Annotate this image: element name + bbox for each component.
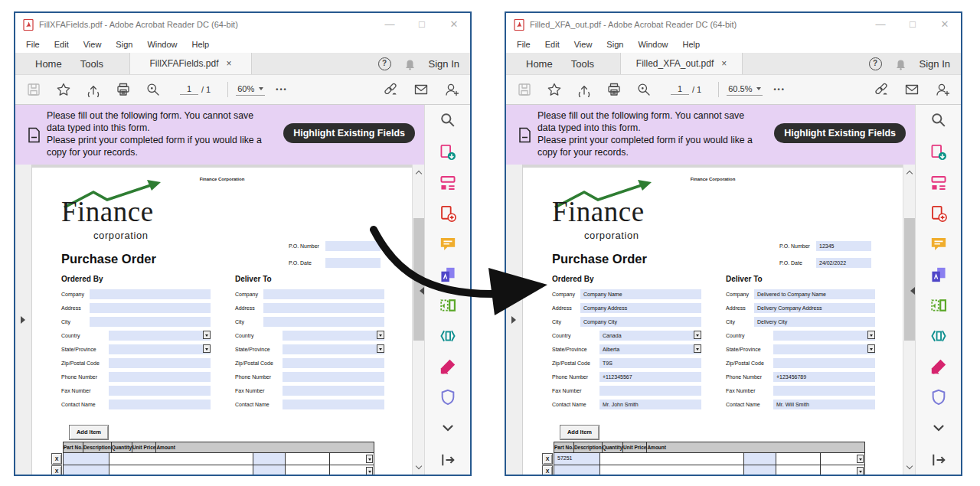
highlight-existing-fields-button[interactable]: Highlight Existing Fields xyxy=(283,123,415,143)
nav-pane-expand-icon[interactable] xyxy=(21,316,25,324)
ordered-by-field-3[interactable] xyxy=(109,331,211,341)
compress-pdf-icon[interactable] xyxy=(930,328,947,344)
vertical-scrollbar[interactable] xyxy=(903,165,915,475)
deliver-to-field-3[interactable] xyxy=(773,331,875,341)
part-no-field[interactable] xyxy=(64,465,109,475)
bell-icon[interactable] xyxy=(403,57,416,70)
ordered-by-field-3[interactable]: Canada xyxy=(599,331,701,341)
ordered-by-field-4[interactable] xyxy=(109,344,211,354)
deliver-to-field-0[interactable]: Delivered to Company Name xyxy=(754,289,875,299)
quantity-field[interactable] xyxy=(744,465,776,475)
nav-pane-expand-icon[interactable] xyxy=(511,316,516,324)
dropdown-button[interactable] xyxy=(867,344,875,353)
part-no-field[interactable]: 57251 xyxy=(554,453,600,465)
create-pdf-icon[interactable] xyxy=(439,205,456,222)
quantity-field[interactable] xyxy=(744,453,776,465)
protect-pdf-icon[interactable] xyxy=(439,389,456,406)
email-icon[interactable] xyxy=(413,82,429,97)
search-tool-icon[interactable] xyxy=(439,112,456,129)
delete-row-button[interactable]: X xyxy=(51,465,62,475)
share-upload-icon[interactable] xyxy=(577,82,592,97)
po-date-field[interactable]: 24/02/2022 xyxy=(816,258,871,268)
ordered-by-field-8[interactable] xyxy=(109,400,211,409)
find-icon[interactable] xyxy=(145,82,161,97)
share-link-icon[interactable] xyxy=(383,82,398,97)
quantity-field[interactable] xyxy=(253,453,286,465)
ordered-by-field-6[interactable]: +112345567 xyxy=(599,372,701,382)
star-icon[interactable] xyxy=(547,82,562,97)
comment-icon[interactable] xyxy=(439,236,456,253)
menu-item-3[interactable]: Sign xyxy=(116,40,132,49)
combine-files-icon[interactable] xyxy=(930,266,947,283)
tools-pane-collapse-icon[interactable] xyxy=(910,287,915,295)
share-upload-icon[interactable] xyxy=(86,82,101,97)
bell-icon[interactable] xyxy=(894,57,907,70)
ordered-by-field-0[interactable]: Company Name xyxy=(580,289,701,299)
edit-pdf-icon[interactable] xyxy=(439,175,456,191)
scrollbar-thumb[interactable] xyxy=(904,218,915,341)
tab-document[interactable]: Filled_XFA_out.pdf× xyxy=(620,53,743,74)
menu-item-5[interactable]: Help xyxy=(683,40,701,49)
deliver-to-field-4[interactable] xyxy=(283,344,384,354)
amount-field[interactable] xyxy=(821,453,864,465)
comment-icon[interactable] xyxy=(930,236,947,253)
save-icon[interactable] xyxy=(517,82,532,97)
compress-pdf-icon[interactable] xyxy=(439,328,456,344)
unit-price-field[interactable] xyxy=(776,465,821,475)
ordered-by-field-2[interactable]: Company City xyxy=(580,317,701,327)
more-tools-icon[interactable]: ••• xyxy=(773,86,785,93)
sign-in-button[interactable]: Sign In xyxy=(429,58,459,70)
minimize-button[interactable]: — xyxy=(374,13,406,36)
deliver-to-field-6[interactable] xyxy=(283,372,384,382)
combine-files-icon[interactable] xyxy=(439,266,456,283)
description-field[interactable] xyxy=(600,453,744,465)
add-item-button[interactable]: Add Item xyxy=(69,425,109,440)
menu-item-0[interactable]: File xyxy=(26,40,40,49)
organize-pages-icon[interactable] xyxy=(930,297,947,314)
find-icon[interactable] xyxy=(636,82,652,97)
ordered-by-field-1[interactable]: Company Address xyxy=(580,303,701,313)
part-no-field[interactable] xyxy=(554,465,600,475)
po-date-field[interactable] xyxy=(325,258,381,268)
ordered-by-field-5[interactable]: T9S xyxy=(599,358,701,368)
export-pdf-icon[interactable] xyxy=(439,144,456,161)
dropdown-button[interactable] xyxy=(377,331,384,339)
scroll-down-icon[interactable] xyxy=(903,461,915,473)
search-tool-icon[interactable] xyxy=(930,112,947,129)
po-number-field[interactable]: 12345 xyxy=(816,241,871,251)
deliver-to-field-1[interactable] xyxy=(263,303,384,313)
zoom-select[interactable]: 60.5% xyxy=(727,84,763,96)
tools-pane-collapse-icon[interactable] xyxy=(420,287,424,295)
close-button[interactable]: ✕ xyxy=(438,13,470,36)
scroll-up-icon[interactable] xyxy=(903,166,915,178)
dropdown-button[interactable] xyxy=(377,344,384,353)
deliver-to-field-8[interactable]: Mr. Will Smith xyxy=(773,400,875,409)
deliver-to-field-5[interactable] xyxy=(773,358,875,368)
close-button[interactable]: ✕ xyxy=(929,13,961,36)
dropdown-button[interactable] xyxy=(694,344,701,353)
po-number-field[interactable] xyxy=(325,241,381,251)
menu-item-2[interactable]: View xyxy=(83,40,102,49)
menu-item-4[interactable]: Window xyxy=(147,40,177,49)
dropdown-button[interactable] xyxy=(867,331,875,339)
deliver-to-field-2[interactable]: Delivery City xyxy=(754,317,875,327)
page-number-input[interactable]: 1 xyxy=(671,84,689,95)
share-link-icon[interactable] xyxy=(874,82,889,97)
scroll-down-icon[interactable] xyxy=(413,461,424,473)
ordered-by-field-2[interactable] xyxy=(90,317,211,327)
deliver-to-field-0[interactable] xyxy=(263,289,384,299)
deliver-to-field-7[interactable] xyxy=(773,386,875,396)
maximize-button[interactable]: □ xyxy=(406,13,438,36)
part-no-field[interactable] xyxy=(64,453,109,465)
quantity-field[interactable] xyxy=(253,465,286,475)
more-tools-icon[interactable]: ••• xyxy=(276,86,287,93)
more-tools-chevron-icon[interactable] xyxy=(439,419,456,436)
tab-tools[interactable]: Tools xyxy=(71,53,113,74)
deliver-to-field-3[interactable] xyxy=(283,331,384,341)
help-icon[interactable]: ? xyxy=(869,57,882,70)
menu-item-4[interactable]: Window xyxy=(638,40,668,49)
star-icon[interactable] xyxy=(56,82,71,97)
unit-price-field[interactable] xyxy=(286,453,330,465)
protect-pdf-icon[interactable] xyxy=(930,389,947,406)
open-tools-pane-icon[interactable] xyxy=(930,452,947,468)
